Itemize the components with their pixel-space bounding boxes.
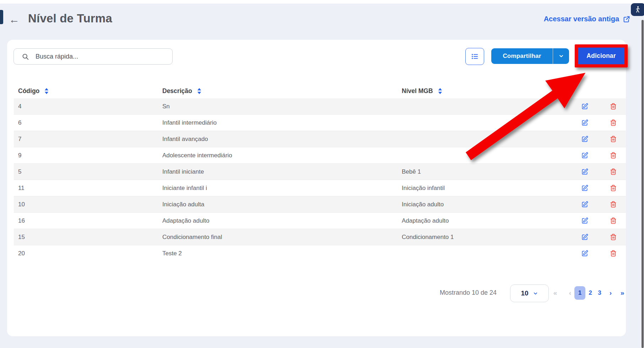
- edit-icon: [581, 201, 588, 208]
- table-row: 6 Infantil intermediário: [14, 114, 626, 131]
- delete-button[interactable]: [609, 249, 617, 258]
- trash-icon: [610, 185, 617, 191]
- sidebar-handle[interactable]: [0, 10, 3, 24]
- cell-codigo: 9: [18, 152, 21, 159]
- delete-button[interactable]: [609, 233, 617, 241]
- app-root: ← Nível de Turma Acessar versão antiga: [0, 0, 644, 348]
- table-row: 11 Iniciante infantil i Iniciação infant…: [14, 180, 626, 196]
- legacy-version-link[interactable]: Acessar versão antiga: [544, 15, 631, 23]
- trash-icon: [610, 119, 617, 126]
- edit-icon: [581, 250, 588, 257]
- cell-nivel-mgb: Adaptação adulto: [402, 217, 449, 224]
- chevron-down-icon: [558, 53, 564, 59]
- cell-codigo: 5: [18, 168, 21, 175]
- edit-button[interactable]: [580, 184, 589, 192]
- cell-codigo: 11: [18, 185, 25, 192]
- trash-icon: [610, 234, 617, 240]
- cell-codigo: 7: [18, 136, 21, 143]
- column-label: Nível MGB: [402, 87, 433, 95]
- legacy-version-link-label: Acessar versão antiga: [544, 15, 619, 23]
- cell-codigo: 16: [18, 217, 25, 224]
- sort-icon[interactable]: [197, 88, 201, 94]
- share-dropdown-button[interactable]: [553, 48, 569, 64]
- column-header-descricao[interactable]: Descrição: [162, 83, 201, 98]
- page-size-value: 10: [521, 289, 528, 297]
- delete-button[interactable]: [609, 119, 617, 127]
- delete-button[interactable]: [609, 217, 617, 225]
- edit-button[interactable]: [580, 151, 589, 160]
- cell-descricao: Iniciação adulta: [162, 201, 204, 208]
- edit-button[interactable]: [580, 249, 589, 258]
- cell-descricao: Teste 2: [162, 250, 182, 257]
- list-view-button[interactable]: [465, 48, 484, 65]
- edit-button[interactable]: [580, 102, 589, 111]
- share-button-label: Compartilhar: [491, 48, 553, 64]
- column-label: Código: [18, 87, 39, 95]
- edit-button[interactable]: [580, 217, 589, 225]
- pagination-prev-button[interactable]: ‹: [565, 286, 575, 300]
- page-title: Nível de Turma: [28, 12, 112, 25]
- pagination-last-button[interactable]: »: [617, 286, 627, 300]
- cell-nivel-mgb: Iniciação adulto: [402, 201, 444, 208]
- edit-icon: [581, 185, 588, 192]
- cell-descricao: Infantil intermediário: [162, 119, 217, 126]
- delete-button[interactable]: [609, 135, 617, 143]
- delete-button[interactable]: [609, 184, 617, 192]
- accessibility-button[interactable]: [631, 3, 644, 16]
- search-input[interactable]: [35, 53, 164, 61]
- edit-icon: [581, 103, 588, 110]
- column-label: Descrição: [162, 87, 192, 95]
- share-button[interactable]: Compartilhar: [491, 48, 569, 64]
- edit-icon: [581, 136, 588, 143]
- edit-icon: [581, 152, 588, 159]
- pagination-page-1[interactable]: 1: [574, 286, 585, 300]
- cell-descricao: Infantil avançado: [162, 136, 208, 143]
- table-row: 15 Condicionamento final Condicionamento…: [14, 229, 626, 245]
- cell-codigo: 15: [18, 234, 25, 241]
- add-button[interactable]: Adicionar: [578, 48, 624, 64]
- cell-codigo: 4: [18, 103, 21, 110]
- delete-button[interactable]: [609, 102, 617, 111]
- edit-button[interactable]: [580, 119, 589, 127]
- column-header-codigo[interactable]: Código: [18, 83, 49, 98]
- delete-button[interactable]: [609, 168, 617, 176]
- cell-descricao: Infantil iniciante: [162, 168, 204, 175]
- sort-icon[interactable]: [438, 88, 442, 94]
- table-row: 16 Adaptação adulto Adaptação adulto: [14, 212, 626, 229]
- edit-button[interactable]: [580, 200, 589, 209]
- table-row: 9 Adolescente intermediário: [14, 147, 626, 163]
- edit-button[interactable]: [580, 135, 589, 143]
- delete-button[interactable]: [609, 151, 617, 160]
- trash-icon: [610, 103, 617, 110]
- back-button[interactable]: ←: [9, 13, 20, 26]
- cell-descricao: Iniciante infantil i: [162, 185, 207, 192]
- table-row: 4 Sn: [14, 98, 626, 114]
- search-field: [13, 48, 173, 65]
- cell-codigo: 10: [18, 201, 25, 208]
- cell-descricao: Adolescente intermediário: [162, 152, 232, 159]
- table-row: 5 Infantil iniciante Bebê 1: [14, 163, 626, 180]
- external-link-icon: [623, 15, 631, 23]
- list-icon: [471, 53, 479, 60]
- pagination-page-2[interactable]: 2: [586, 286, 595, 300]
- delete-button[interactable]: [609, 200, 617, 209]
- edit-button[interactable]: [580, 168, 589, 176]
- column-header-nivel-mgb[interactable]: Nível MGB: [402, 83, 442, 98]
- pagination-next-button[interactable]: ›: [606, 286, 615, 300]
- cell-descricao: Adaptação adulto: [162, 217, 209, 224]
- cell-nivel-mgb: Bebê 1: [402, 168, 421, 175]
- pagination-page-3[interactable]: 3: [595, 286, 604, 300]
- sort-icon[interactable]: [44, 88, 49, 94]
- cell-nivel-mgb: Iniciação infantil: [402, 185, 445, 192]
- page-size-select[interactable]: 10: [510, 284, 549, 302]
- cell-codigo: 20: [18, 250, 25, 257]
- scrollbar-thumb[interactable]: [642, 20, 644, 348]
- edit-icon: [581, 168, 588, 175]
- edit-button[interactable]: [580, 233, 589, 241]
- table-row: 7 Infantil avançado: [14, 131, 626, 147]
- pagination-summary: Mostrando 10 de 24: [440, 289, 497, 297]
- table-header: Código Descrição Nível MGB: [14, 83, 626, 99]
- trash-icon: [610, 201, 617, 208]
- trash-icon: [610, 136, 617, 142]
- pagination-first-button[interactable]: «: [551, 286, 560, 300]
